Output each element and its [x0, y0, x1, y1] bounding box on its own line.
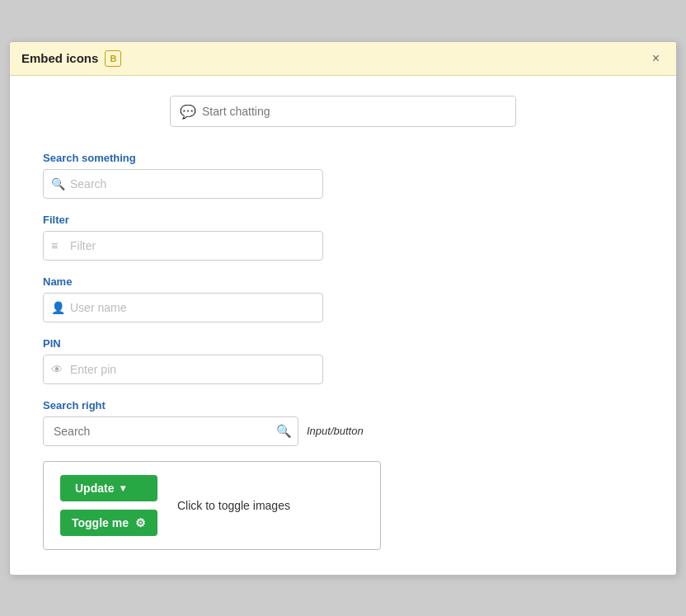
search-right-label: Search right [43, 399, 643, 411]
toggle-description: Click to toggle images [177, 499, 290, 512]
filter-label: Filter [43, 214, 643, 226]
eye-icon: 👁 [51, 363, 63, 376]
title-bar: Embed icons B × [10, 42, 676, 76]
search-right-button[interactable]: 🔍 [275, 422, 294, 440]
filter-input[interactable] [43, 231, 323, 261]
search-right-wrap: 🔍 Input/button [43, 416, 643, 446]
chat-input[interactable] [170, 96, 516, 127]
name-wrap: 👤 [43, 293, 323, 322]
search-right-input[interactable] [43, 416, 298, 446]
pin-wrap: 👁 [43, 355, 323, 384]
close-button[interactable]: × [647, 50, 665, 67]
name-label: Name [43, 275, 643, 288]
chat-input-wrap: 💬 [170, 96, 516, 127]
search-something-input[interactable] [43, 169, 323, 199]
pin-section: PIN 👁 [43, 337, 643, 384]
search-right-input-wrap: 🔍 [43, 416, 298, 446]
pin-input[interactable] [43, 355, 323, 384]
user-icon: 👤 [51, 301, 65, 314]
filter-icon: ≡ [51, 239, 58, 252]
pin-label: PIN [43, 337, 643, 350]
name-section: Name 👤 [43, 275, 643, 322]
content-area: 💬 Search something 🔍 Filter ≡ Name 👤 [10, 76, 676, 575]
input-button-label: Input/button [307, 425, 364, 437]
search-something-label: Search something [43, 152, 643, 164]
update-button-label: Update [75, 482, 114, 495]
toggle-button-label: Toggle me [72, 516, 129, 529]
chat-icon: 💬 [180, 103, 196, 119]
main-window: Embed icons B × 💬 Search something 🔍 Fil… [9, 41, 677, 576]
search-something-section: Search something 🔍 [43, 152, 643, 199]
chat-input-row: 💬 [43, 96, 643, 127]
window-title: Embed icons [21, 51, 98, 65]
buttons-column: Update ▾ Toggle me ⚙ [60, 475, 157, 536]
search-icon: 🔍 [51, 177, 65, 190]
search-something-wrap: 🔍 [43, 169, 323, 199]
beta-badge: B [105, 50, 121, 67]
toggle-button[interactable]: Toggle me ⚙ [60, 510, 157, 536]
search-right-section: Search right 🔍 Input/button [43, 399, 643, 446]
update-button[interactable]: Update ▾ [60, 475, 157, 501]
filter-section: Filter ≡ [43, 214, 643, 261]
gear-icon: ⚙ [135, 516, 146, 529]
name-input[interactable] [43, 293, 323, 322]
bottom-box: Update ▾ Toggle me ⚙ Click to toggle ima… [43, 461, 381, 550]
filter-wrap: ≡ [43, 231, 323, 261]
chevron-down-icon: ▾ [120, 482, 125, 494]
title-bar-left: Embed icons B [21, 50, 121, 67]
